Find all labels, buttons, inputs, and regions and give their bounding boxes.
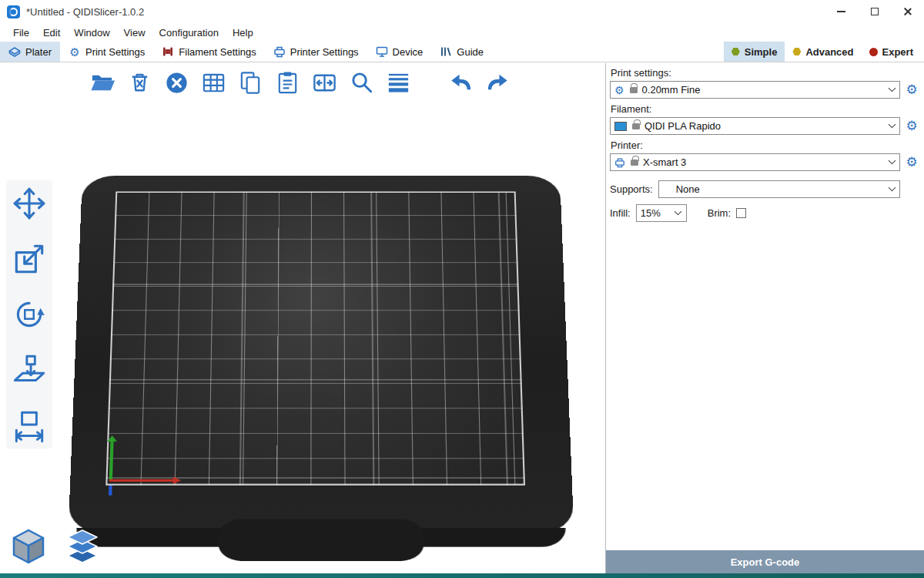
axis-y-indicator <box>109 441 114 482</box>
tab-label: Filament Settings <box>179 46 256 58</box>
gizmo-toolbar <box>6 180 52 449</box>
place-on-face-icon[interactable] <box>11 351 48 388</box>
tab-device[interactable]: Device <box>367 42 432 62</box>
layer-preview-icon[interactable] <box>62 526 103 567</box>
filament-color-swatch <box>614 122 627 131</box>
printer-icon <box>614 157 625 168</box>
variable-layer-height-icon[interactable] <box>385 69 412 96</box>
mode-label: Expert <box>882 46 913 58</box>
filament-label: Filament: <box>611 103 919 115</box>
supports-value: None <box>676 183 700 195</box>
delete-icon[interactable] <box>126 69 153 96</box>
menu-item-configuration[interactable]: Configuration <box>152 25 226 41</box>
mode-expert[interactable]: Expert <box>862 42 921 62</box>
menu-item-view[interactable]: View <box>117 25 152 41</box>
chevron-down-icon[interactable] <box>884 82 899 98</box>
advanced-mode-icon <box>792 48 801 56</box>
arrange-icon[interactable] <box>200 69 227 96</box>
paste-icon[interactable] <box>274 69 301 96</box>
printer-select[interactable]: X-smart 3 <box>610 153 900 171</box>
brim-checkbox[interactable] <box>736 208 746 218</box>
undo-icon[interactable] <box>447 69 474 96</box>
gear-icon: ⚙ <box>614 85 624 96</box>
3d-view-icon[interactable] <box>8 526 49 567</box>
print-settings-value: 0.20mm Fine <box>642 84 701 96</box>
guide-icon <box>440 45 452 58</box>
tab-label: Guide <box>457 46 484 58</box>
axis-z-indicator <box>109 486 112 496</box>
menu-item-file[interactable]: File <box>6 25 36 41</box>
search-icon[interactable] <box>348 69 375 96</box>
supports-select[interactable]: None <box>658 180 900 198</box>
tab-label: Plater <box>25 46 52 58</box>
filament-select[interactable]: QIDI PLA Rapido <box>610 117 900 135</box>
lock-icon <box>632 123 640 129</box>
printer-label: Printer: <box>611 139 919 151</box>
chevron-down-icon[interactable] <box>884 118 899 134</box>
delete-all-icon[interactable] <box>163 69 190 96</box>
plater-icon <box>8 45 21 58</box>
app-logo-icon <box>7 5 20 18</box>
menu-bar: File Edit Window View Configuration Help <box>0 23 924 42</box>
print-settings-edit-gear-icon[interactable]: ⚙ <box>904 83 919 96</box>
lock-icon <box>630 87 638 93</box>
window-controls <box>825 0 924 23</box>
chevron-down-icon[interactable] <box>884 154 899 170</box>
printer-value: X-smart 3 <box>643 156 686 168</box>
measure-icon[interactable] <box>11 407 48 444</box>
rotate-icon[interactable] <box>11 296 48 333</box>
infill-select[interactable]: 15% <box>636 204 687 222</box>
print-bed <box>69 176 574 533</box>
device-icon <box>376 45 388 58</box>
plater-toolbar <box>89 69 511 96</box>
tab-guide[interactable]: Guide <box>431 42 492 62</box>
mode-selector: Simple Advanced Expert <box>724 42 924 62</box>
filament-edit-gear-icon[interactable]: ⚙ <box>904 119 919 133</box>
tab-plater[interactable]: Plater <box>0 42 60 62</box>
tab-bar: Plater ⚙ Print Settings Filament Setting… <box>0 42 924 62</box>
settings-sidebar: Print settings: ⚙ 0.20mm Fine ⚙ Filament… <box>605 63 924 573</box>
bottom-status-strip <box>0 573 924 578</box>
menu-item-window[interactable]: Window <box>67 25 116 41</box>
print-settings-label: Print settings: <box>611 67 919 79</box>
brim-label: Brim: <box>708 207 731 219</box>
export-gcode-button[interactable]: Export G-code <box>606 550 924 573</box>
move-icon[interactable] <box>11 185 48 222</box>
open-icon[interactable] <box>89 69 116 96</box>
chevron-down-icon[interactable] <box>884 181 899 197</box>
bed-grid <box>105 191 525 485</box>
tab-printer-settings[interactable]: Printer Settings <box>265 42 367 62</box>
tab-label: Print Settings <box>85 46 145 58</box>
bed-handle <box>218 519 424 561</box>
print-settings-select[interactable]: ⚙ 0.20mm Fine <box>610 81 900 99</box>
printer-edit-gear-icon[interactable]: ⚙ <box>904 156 919 169</box>
menu-item-help[interactable]: Help <box>226 25 260 41</box>
maximize-icon[interactable] <box>858 0 891 23</box>
split-icon[interactable] <box>311 69 338 96</box>
mode-advanced[interactable]: Advanced <box>785 42 861 62</box>
bed-scene <box>71 176 571 573</box>
tab-filament-settings[interactable]: Filament Settings <box>153 42 264 62</box>
chevron-down-icon[interactable] <box>671 205 686 221</box>
title-bar: *Untitled - QIDISlicer-1.0.2 <box>0 0 924 23</box>
scale-icon[interactable] <box>11 240 48 277</box>
infill-value: 15% <box>641 207 661 219</box>
app-window: *Untitled - QIDISlicer-1.0.2 File Edit W… <box>0 0 924 578</box>
copy-icon[interactable] <box>237 69 264 96</box>
view-toolbar <box>8 526 103 567</box>
expert-mode-icon <box>869 48 878 56</box>
menu-item-edit[interactable]: Edit <box>36 25 67 41</box>
mode-label: Advanced <box>805 46 853 58</box>
close-icon[interactable] <box>891 0 924 23</box>
filament-value: QIDI PLA Rapido <box>644 120 721 132</box>
simple-mode-icon <box>732 48 740 56</box>
redo-icon[interactable] <box>484 69 511 96</box>
tab-print-settings[interactable]: ⚙ Print Settings <box>60 42 153 62</box>
printer-settings-icon <box>273 45 286 58</box>
window-title: *Untitled - QIDISlicer-1.0.2 <box>26 6 144 18</box>
minimize-icon[interactable] <box>825 0 858 23</box>
infill-label: Infill: <box>610 207 631 219</box>
viewport-3d[interactable] <box>0 63 605 573</box>
print-settings-icon: ⚙ <box>69 45 81 58</box>
mode-simple[interactable]: Simple <box>724 42 785 62</box>
